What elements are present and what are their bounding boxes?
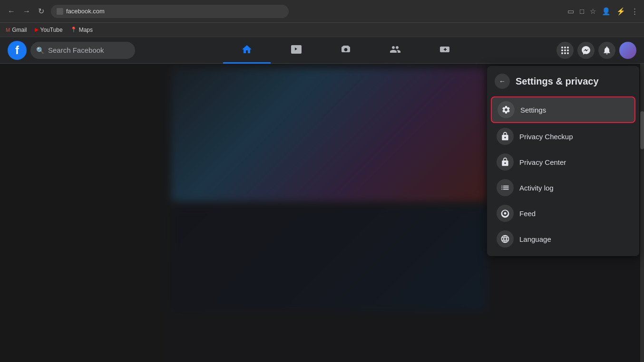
activity-log-item[interactable]: Activity log	[491, 175, 635, 200]
bookmarks-bar: M Gmail ▶ YouTube 📍 Maps	[0, 23, 644, 37]
grid-menu-button[interactable]	[556, 42, 574, 59]
svg-point-0	[561, 47, 563, 48]
home-icon	[241, 44, 253, 55]
messenger-button[interactable]	[577, 42, 595, 59]
gmail-label: Gmail	[12, 27, 27, 33]
user-avatar[interactable]	[619, 42, 636, 59]
refresh-button[interactable]: ↻	[36, 5, 46, 18]
gmail-icon: M	[6, 27, 10, 33]
privacy-checkup-label: Privacy Checkup	[519, 133, 573, 141]
settings-label: Settings	[520, 106, 546, 114]
browser-nav-buttons: ← → ↻	[6, 5, 46, 18]
nav-video[interactable]	[273, 37, 320, 64]
settings-privacy-dropdown: ← Settings & privacy Settings	[487, 66, 639, 256]
dropdown-items: Settings Privacy Checkup Privacy C	[487, 95, 639, 256]
back-button[interactable]: ←	[495, 74, 510, 89]
main-content: ← Settings & privacy Settings	[0, 64, 644, 362]
scrollbar-thumb[interactable]	[640, 111, 644, 149]
svg-point-7	[564, 52, 566, 54]
privacy-checkup-icon-wrapper	[497, 128, 514, 145]
activity-log-label: Activity log	[519, 184, 554, 192]
cast-icon[interactable]: ▭	[567, 7, 574, 16]
svg-point-3	[561, 49, 563, 51]
lock-checkup-icon	[500, 132, 510, 141]
privacy-center-item[interactable]: Privacy Center	[491, 150, 635, 174]
activity-log-icon-wrapper	[497, 179, 514, 196]
svg-point-1	[564, 47, 566, 48]
grid-icon	[560, 46, 570, 55]
privacy-center-label: Privacy Center	[519, 158, 566, 166]
screenshot-icon[interactable]: □	[580, 7, 584, 15]
svg-point-6	[561, 52, 563, 54]
browser-chrome: ← → ↻ facebook.com ▭ □ ☆ 👤 ⚡ ⋮	[0, 0, 644, 23]
bell-icon	[602, 46, 612, 55]
profile-icon[interactable]: 👤	[602, 7, 611, 16]
dropdown-header: ← Settings & privacy	[487, 66, 639, 95]
main-nav	[135, 37, 556, 64]
bookmark-maps[interactable]: 📍 Maps	[70, 27, 93, 33]
back-arrow-icon: ←	[499, 77, 506, 85]
url-text: facebook.com	[66, 8, 105, 15]
language-icon-wrapper	[497, 230, 514, 248]
maps-icon: 📍	[70, 27, 77, 33]
svg-point-5	[567, 49, 569, 51]
svg-point-8	[567, 52, 569, 54]
feed-icon	[500, 209, 510, 218]
search-bar[interactable]: 🔍 Search Facebook	[30, 42, 135, 59]
nav-marketplace[interactable]	[322, 37, 370, 64]
language-globe-icon	[500, 234, 510, 244]
messenger-icon	[581, 46, 591, 55]
feed-item[interactable]: Feed	[491, 201, 635, 226]
facebook-logo[interactable]: f	[8, 41, 27, 60]
nav-home[interactable]	[223, 37, 271, 64]
marketplace-icon	[340, 44, 351, 55]
search-placeholder: Search Facebook	[48, 46, 104, 54]
video-icon	[291, 44, 302, 55]
privacy-checkup-item[interactable]: Privacy Checkup	[491, 124, 635, 149]
menu-dots-icon[interactable]: ⋮	[631, 7, 638, 16]
lock-center-icon	[500, 157, 510, 167]
language-label: Language	[519, 235, 551, 243]
settings-icon-wrapper	[498, 101, 515, 118]
settings-item[interactable]: Settings	[491, 96, 635, 123]
nav-gaming[interactable]	[421, 37, 468, 64]
search-icon: 🔍	[36, 47, 44, 54]
youtube-icon: ▶	[35, 27, 39, 33]
favicon	[57, 8, 63, 15]
bookmark-gmail[interactable]: M Gmail	[6, 27, 27, 33]
youtube-label: YouTube	[40, 27, 63, 33]
bookmark-icon[interactable]: ☆	[590, 7, 596, 16]
maps-label: Maps	[79, 27, 93, 33]
back-button[interactable]: ←	[6, 5, 17, 18]
forward-button[interactable]: →	[21, 5, 32, 18]
dropdown-title: Settings & privacy	[516, 76, 599, 87]
url-bar[interactable]: facebook.com	[51, 5, 289, 18]
language-item[interactable]: Language	[491, 227, 635, 251]
svg-point-4	[564, 49, 566, 51]
settings-gear-icon	[501, 105, 511, 114]
browser-actions: ▭ □ ☆ 👤 ⚡ ⋮	[567, 7, 638, 16]
feed-label: Feed	[519, 210, 536, 218]
svg-point-9	[504, 212, 507, 215]
feed-icon-wrapper	[497, 205, 514, 222]
notifications-button[interactable]	[598, 42, 615, 59]
gaming-icon	[439, 44, 450, 55]
privacy-center-icon-wrapper	[497, 153, 514, 171]
activity-log-icon	[500, 183, 510, 192]
nav-groups[interactable]	[371, 37, 419, 64]
groups-icon	[390, 44, 401, 55]
extensions-icon[interactable]: ⚡	[616, 7, 625, 16]
right-actions	[556, 42, 636, 59]
svg-point-2	[567, 47, 569, 48]
bookmark-youtube[interactable]: ▶ YouTube	[35, 27, 63, 33]
scrollbar[interactable]	[640, 64, 644, 362]
facebook-header: f 🔍 Search Facebook	[0, 37, 644, 64]
